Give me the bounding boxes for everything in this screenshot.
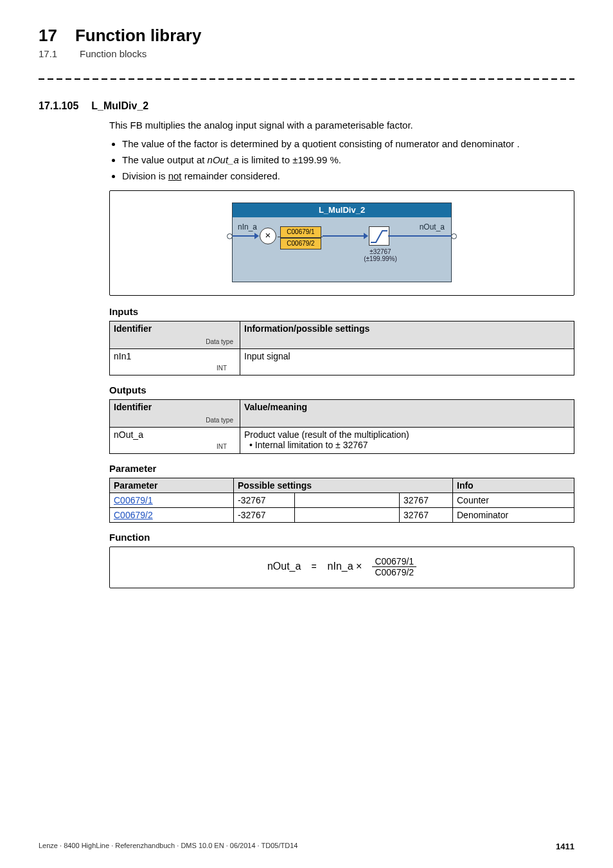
function-heading: Function bbox=[109, 532, 574, 543]
subchapter-title: Function blocks bbox=[80, 48, 147, 59]
underline-text: not bbox=[168, 170, 182, 181]
identifier-name: nIn1 bbox=[114, 351, 131, 361]
identifier-type: INT bbox=[217, 443, 227, 450]
formula-lhs: nOut_a bbox=[267, 561, 301, 572]
col-sublabel: Data type bbox=[206, 338, 233, 345]
intro-bullets: The value of the factor is determined by… bbox=[109, 136, 574, 184]
min-cell: -32767 bbox=[234, 493, 295, 507]
value-cell: Product value (result of the multiplicat… bbox=[240, 427, 574, 453]
param-chip-denominator: C00679/2 bbox=[280, 238, 321, 249]
divider-dashed bbox=[39, 75, 574, 84]
parameter-table: Parameter Possible settings Info C00679/… bbox=[109, 478, 574, 523]
body: This FB multiplies the analog input sign… bbox=[109, 118, 574, 588]
identifier-name: nOut_a bbox=[114, 429, 143, 440]
table-row: nOut_a INT Product value (result of the … bbox=[110, 427, 574, 453]
col-identifier: Identifier Data type bbox=[110, 399, 240, 427]
text: • Internal limitation to ± 32767 bbox=[244, 440, 570, 450]
identifier-cell: nIn1 INT bbox=[110, 348, 240, 375]
param-link[interactable]: C00679/1 bbox=[114, 495, 153, 505]
footer-text: Lenze · 8400 HighLine · Referenzhandbuch… bbox=[39, 842, 298, 851]
parameter-heading: Parameter bbox=[109, 463, 574, 474]
identifier-type: INT bbox=[217, 365, 227, 372]
max-cell: 32767 bbox=[400, 507, 453, 522]
text: Product value (result of the multiplicat… bbox=[244, 429, 570, 440]
page-number: 1411 bbox=[556, 842, 574, 851]
col-label: Identifier bbox=[114, 402, 152, 412]
mid-cell bbox=[295, 507, 400, 522]
wire-icon bbox=[388, 235, 451, 237]
fraction-numerator: C00679/1 bbox=[372, 556, 416, 567]
text: remainder considered. bbox=[182, 170, 280, 181]
col-sublabel: Data type bbox=[206, 417, 233, 424]
outputs-table: Identifier Data type Value/meaning nOut_… bbox=[109, 399, 574, 454]
function-block-box: L_MulDiv_2 nIn_a × C00679/1 C00679/2 bbox=[232, 203, 452, 282]
subchapter-number: 17.1 bbox=[39, 48, 62, 59]
text: is limited to ±199.99 %. bbox=[239, 154, 341, 165]
param-link-cell: C00679/2 bbox=[110, 507, 234, 522]
outputs-heading: Outputs bbox=[109, 384, 574, 395]
wire-icon bbox=[323, 235, 365, 237]
wire-icon bbox=[233, 235, 256, 237]
mid-cell bbox=[295, 493, 400, 507]
fraction: C00679/1 C00679/2 bbox=[372, 556, 416, 577]
fraction-denominator: C00679/2 bbox=[372, 567, 416, 577]
arrow-right-icon bbox=[364, 233, 368, 239]
output-port-label: nOut_a bbox=[420, 222, 445, 231]
port-dot-icon bbox=[451, 233, 457, 239]
limiter-caption: ±32767 (±199.99%) bbox=[361, 248, 400, 262]
info-cell: Input signal bbox=[240, 348, 574, 375]
text: ±32767 bbox=[361, 248, 400, 255]
formula-box: nOut_a = nIn_a × C00679/1 C00679/2 bbox=[109, 547, 574, 588]
section-heading: 17.1.105 L_MulDiv_2 bbox=[39, 100, 574, 112]
text: Division is bbox=[122, 170, 168, 181]
page: 17 Function library 17.1 Function blocks… bbox=[0, 0, 613, 868]
limiter-icon bbox=[369, 226, 389, 246]
section-number: 17.1.105 bbox=[39, 100, 78, 112]
table-header-row: Identifier Data type Value/meaning bbox=[110, 399, 574, 427]
italic-text: nOut_a bbox=[208, 154, 239, 165]
equals-sign: = bbox=[311, 561, 317, 572]
table-row: C00679/1 -32767 32767 Counter bbox=[110, 493, 574, 507]
info-cell: Counter bbox=[453, 493, 574, 507]
table-header-row: Parameter Possible settings Info bbox=[110, 478, 574, 493]
page-footer: Lenze · 8400 HighLine · Referenzhandbuch… bbox=[39, 842, 574, 851]
col-parameter: Parameter bbox=[110, 478, 234, 493]
formula-rhs-prefix: nIn_a × bbox=[328, 561, 362, 572]
col-info: Information/possible settings bbox=[240, 321, 574, 348]
bullet-item: Division is not remainder considered. bbox=[122, 168, 574, 183]
param-link[interactable]: C00679/2 bbox=[114, 510, 153, 520]
table-row: C00679/2 -32767 32767 Denominator bbox=[110, 507, 574, 522]
intro-paragraph: This FB multiplies the analog input sign… bbox=[109, 118, 574, 132]
table-row: nIn1 INT Input signal bbox=[110, 348, 574, 375]
input-port-label: nIn_a bbox=[238, 222, 257, 231]
fb-title-bar: L_MulDiv_2 bbox=[233, 203, 451, 217]
arrow-right-icon bbox=[254, 233, 259, 239]
max-cell: 32767 bbox=[400, 493, 453, 507]
inputs-heading: Inputs bbox=[109, 306, 574, 317]
text: The value output at bbox=[122, 154, 208, 165]
param-chip-numerator: C00679/1 bbox=[280, 226, 321, 238]
section-title: L_MulDiv_2 bbox=[91, 100, 148, 112]
bullet-item: The value output at nOut_a is limited to… bbox=[122, 152, 574, 167]
multiply-icon: × bbox=[260, 228, 276, 244]
bullet-item: The value of the factor is determined by… bbox=[122, 136, 574, 151]
inputs-table: Identifier Data type Information/possibl… bbox=[109, 321, 574, 375]
col-info: Info bbox=[453, 478, 574, 493]
diagram-frame: L_MulDiv_2 nIn_a × C00679/1 C00679/2 bbox=[109, 190, 574, 296]
min-cell: -32767 bbox=[234, 507, 295, 522]
identifier-cell: nOut_a INT bbox=[110, 427, 240, 453]
col-possible-settings: Possible settings bbox=[234, 478, 453, 493]
port-dot-icon bbox=[227, 233, 233, 239]
text: (±199.99%) bbox=[361, 255, 400, 262]
chapter-header: 17 Function library bbox=[39, 26, 574, 46]
chapter-number: 17 bbox=[39, 26, 57, 46]
subchapter-header: 17.1 Function blocks bbox=[39, 48, 574, 59]
chapter-title: Function library bbox=[75, 26, 201, 46]
table-header-row: Identifier Data type Information/possibl… bbox=[110, 321, 574, 348]
info-cell: Denominator bbox=[453, 507, 574, 522]
formula: nOut_a = nIn_a × C00679/1 C00679/2 bbox=[267, 556, 416, 577]
col-label: Identifier bbox=[114, 323, 152, 334]
col-identifier: Identifier Data type bbox=[110, 321, 240, 348]
col-value: Value/meaning bbox=[240, 399, 574, 427]
param-link-cell: C00679/1 bbox=[110, 493, 234, 507]
